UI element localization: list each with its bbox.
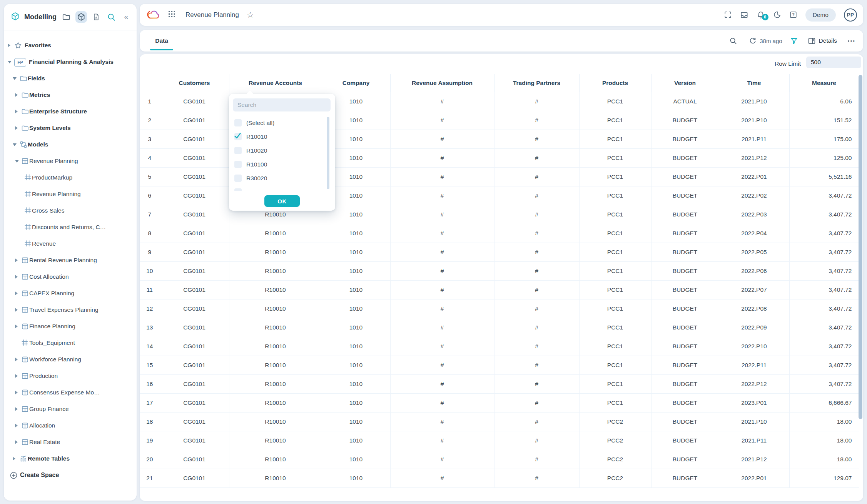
tree-item-rental-revenue-planning[interactable]: Rental Revenue Planning [4,252,137,268]
checkbox-icon[interactable] [234,161,242,168]
details-panel-icon[interactable] [808,37,816,45]
chevron-collapsed-icon[interactable] [15,424,18,427]
column-header-revenue-assumption[interactable]: Revenue Assumption [390,74,494,92]
chevron-collapsed-icon[interactable] [15,407,18,411]
chevron-expanded-icon[interactable] [13,143,17,146]
tree-item-real-estate[interactable]: Real Estate [4,434,137,450]
chevron-collapsed-icon[interactable] [13,457,15,461]
app-launcher-icon[interactable] [168,10,175,19]
collapse-sidebar-icon[interactable]: « [120,11,132,23]
favorite-star-icon[interactable]: ☆ [247,11,254,19]
chevron-collapsed-icon[interactable] [15,93,18,97]
chevron-collapsed-icon[interactable] [15,440,18,444]
tree-item-group-finance[interactable]: Group Finance [4,401,137,417]
filter-option-r10010[interactable]: R10010 [229,130,335,144]
chevron-collapsed-icon[interactable] [15,291,18,295]
tree-item-revenue[interactable]: Revenue [4,235,137,252]
tree-item-models[interactable]: Models [4,136,137,153]
filter-option-r30020[interactable]: R30020 [229,171,335,185]
row-limit-input[interactable] [806,57,861,68]
filter-funnel-icon[interactable] [790,37,798,45]
report-document-icon[interactable] [90,11,102,23]
tree-item-gross-sales[interactable]: Gross Sales [4,202,137,219]
filter-option-select-all[interactable]: (Select all) [229,116,335,130]
tree-item-system-levels[interactable]: System Levels [4,120,137,136]
chevron-expanded-icon[interactable] [8,61,12,63]
data-builder-cube-icon[interactable] [75,11,87,23]
column-header-trading-partners[interactable]: Trading Partners [494,74,579,92]
tree-item-tools-equipment[interactable]: Tools_Equipment [4,334,137,351]
help-icon[interactable]: ? [789,11,797,19]
column-header-time[interactable]: Time [719,74,789,92]
filter-search-input[interactable] [233,98,331,111]
details-button[interactable]: Details [819,37,837,44]
chevron-collapsed-icon[interactable] [8,43,10,47]
table-cell: 2022.P08 [719,299,789,318]
filter-ok-button[interactable]: OK [264,195,300,207]
search-icon[interactable] [105,11,117,23]
chevron-expanded-icon[interactable] [15,160,19,163]
table-cell: # [390,337,494,356]
dark-mode-moon-icon[interactable] [773,11,781,19]
filter-list-scrollbar[interactable] [327,117,329,189]
checkbox-icon[interactable] [234,147,242,154]
create-space-button[interactable]: Create Space [4,467,137,483]
tree-item-finance-planning[interactable]: Finance Planning [4,318,137,334]
tree-item-revenue-planning[interactable]: Revenue Planning [4,186,137,202]
checkbox-icon[interactable] [234,119,242,126]
chevron-collapsed-icon[interactable] [15,110,18,113]
column-header-measure[interactable]: Measure [789,74,859,92]
inbox-icon[interactable] [740,11,748,19]
chevron-collapsed-icon[interactable] [15,324,18,328]
chevron-collapsed-icon[interactable] [15,358,18,361]
tree-item-discounts-and-returns-c[interactable]: Discounts and Returns, C… [4,219,137,235]
refresh-icon[interactable] [748,37,757,45]
table-cell: R10010 [229,413,322,431]
column-header-products[interactable]: Products [579,74,651,92]
tree-item-travel-expenses-planning[interactable]: Travel Expenses Planning [4,301,137,318]
tree-item-label: Models [28,141,48,148]
user-avatar[interactable]: PP [844,8,857,22]
chevron-collapsed-icon[interactable] [15,308,18,312]
chevron-collapsed-icon[interactable] [15,391,18,394]
column-header-company[interactable]: Company [322,74,390,92]
tree-item-revenue-planning[interactable]: Revenue Planning [4,153,137,169]
filter-option-r10020[interactable]: R10020 [229,144,335,158]
tree-item-capex-planning[interactable]: CAPEX Planning [4,285,137,301]
tree-item-consensus-expense-mo[interactable]: Consensus Expense Mo… [4,384,137,401]
table-vertical-scrollbar[interactable] [859,75,862,419]
table-cell: 2021.P11 [719,431,789,450]
more-options-button[interactable]: ⋯ [847,39,855,43]
filter-option-partial[interactable] [229,185,335,191]
checkbox-icon[interactable] [234,175,242,182]
repository-folder-icon[interactable] [60,11,72,23]
tree-item-enterprise-structure[interactable]: Enterprise Structure [4,103,137,120]
tree-item-production[interactable]: Production [4,368,137,384]
chevron-collapsed-icon[interactable] [15,374,18,378]
table-cell: # [494,337,579,356]
notifications-bell-icon[interactable]: 0 [757,11,765,19]
column-header-customers[interactable]: Customers [160,74,229,92]
tree-item-productmarkup[interactable]: ProductMarkup [4,169,137,186]
tab-data[interactable]: Data [150,30,173,52]
fullscreen-icon[interactable] [724,11,732,19]
tree-item-workforce-planning[interactable]: Workforce Planning [4,351,137,368]
tree-item-financial-planning-analysis[interactable]: FPFinancial Planning & Analysis [4,53,137,70]
chevron-expanded-icon[interactable] [13,77,17,80]
tree-item-cost-allocation[interactable]: Cost Allocation [4,268,137,285]
checkbox-icon[interactable] [234,188,242,191]
tree-item-metrics[interactable]: Metrics [4,86,137,103]
column-header-revenue-accounts[interactable]: Revenue Accounts [229,74,322,92]
filter-option-r10100[interactable]: R10100 [229,158,335,171]
chevron-collapsed-icon[interactable] [15,258,18,262]
chevron-collapsed-icon[interactable] [15,275,18,279]
table-cell: CG0101 [160,375,229,394]
tree-item-allocation[interactable]: Allocation [4,417,137,434]
column-header-version[interactable]: Version [651,74,719,92]
tree-item-favorites[interactable]: Favorites [4,37,137,53]
search-icon[interactable] [729,37,737,45]
chevron-collapsed-icon[interactable] [15,126,18,130]
tenant-badge[interactable]: Demo [805,8,836,22]
tree-item-remote-tables[interactable]: Remote Tables [4,450,137,467]
tree-item-fields[interactable]: Fields [4,70,137,86]
